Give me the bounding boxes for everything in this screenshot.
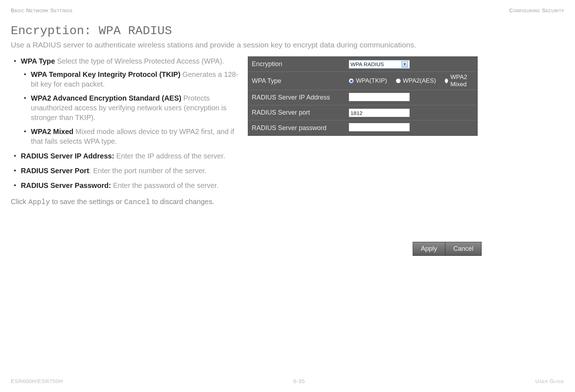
row-radius-ip: RADIUS Server IP Address <box>248 90 477 105</box>
router-button-bar: Apply Cancel <box>413 242 482 256</box>
chevron-down-icon: ▾ <box>402 61 408 68</box>
radio-icon <box>396 78 401 83</box>
row-encryption: Encryption WPA RADIUS ▾ <box>248 57 477 72</box>
radius-password-input[interactable] <box>349 123 410 132</box>
instr-suffix: to discard changes. <box>150 198 214 206</box>
radio-icon <box>349 78 354 83</box>
instr-prefix: Click <box>11 198 28 206</box>
header-left: Basic Network Settings <box>11 7 73 13</box>
term-tkip: WPA Temporal Key Integrity Protocol (TKI… <box>31 70 180 78</box>
radio-opt-wpa2-aes[interactable]: WPA2(AES) <box>396 77 436 84</box>
label-wpa-type: WPA Type <box>252 77 349 85</box>
page-header: Basic Network Settings Configuring Secur… <box>11 7 564 13</box>
label-radius-password: RADIUS Server password <box>252 124 349 132</box>
page-title: Encryption: WPA RADIUS <box>11 24 564 38</box>
desc-port: : Enter the port number of the server. <box>89 167 207 175</box>
row-radius-port: RADIUS Server port 1812 <box>248 105 477 120</box>
radius-ip-input[interactable] <box>349 93 410 101</box>
term-ip: RADIUS Server IP Address: <box>21 152 114 160</box>
radio-label-aes: WPA2(AES) <box>403 77 436 84</box>
bullet-tkip: WPA Temporal Key Integrity Protocol (TKI… <box>21 70 241 89</box>
label-radius-ip: RADIUS Server IP Address <box>252 94 349 101</box>
cancel-button[interactable]: Cancel <box>445 242 482 256</box>
router-config-panel: Encryption WPA RADIUS ▾ WPA Type WPA(TKI… <box>248 56 478 136</box>
footer-left: ESR600H/ESR750H <box>11 378 63 384</box>
instr-apply: Apply <box>28 198 50 206</box>
radio-icon <box>445 78 448 83</box>
page-footer: ESR600H/ESR750H 6-35 User Guide <box>11 378 564 384</box>
apply-button[interactable]: Apply <box>413 242 445 256</box>
radio-opt-wpa-tkip[interactable]: WPA(TKIP) <box>349 77 387 84</box>
page-subtitle: Use a RADIUS server to authenticate wire… <box>11 41 564 49</box>
label-encryption: Encryption <box>252 60 349 68</box>
instructions-text: Click Apply to save the settings or Canc… <box>11 197 241 207</box>
term-password: RADIUS Server Password: <box>21 181 111 189</box>
radius-port-input[interactable]: 1812 <box>349 109 410 117</box>
bullet-aes: WPA2 Advanced Encryption Standard (AES) … <box>21 93 241 123</box>
term-wpa-type: WPA Type <box>21 57 55 65</box>
bullet-mixed: WPA2 Mixed Mixed mode allows device to t… <box>21 127 241 146</box>
footer-center: 6-35 <box>293 378 305 384</box>
description-column: WPA Type Select the type of Wireless Pro… <box>11 56 241 256</box>
radio-label-mixed: WPA2 Mixed <box>450 74 474 88</box>
term-aes: WPA2 Advanced Encryption Standard (AES) <box>31 94 181 102</box>
label-radius-port: RADIUS Server port <box>252 109 349 116</box>
term-mixed: WPA2 Mixed <box>31 128 74 135</box>
bullet-ip: RADIUS Server IP Address: Enter the IP a… <box>11 151 241 161</box>
bullet-wpa-type: WPA Type Select the type of Wireless Pro… <box>11 56 241 146</box>
header-right: Configuring Security <box>509 7 564 13</box>
row-radius-password: RADIUS Server password <box>248 120 477 135</box>
instr-middle: to save the settings or <box>50 198 124 206</box>
row-wpa-type: WPA Type WPA(TKIP) WPA2(AES) WPA2 Mixed <box>248 72 477 90</box>
radio-opt-wpa2-mixed[interactable]: WPA2 Mixed <box>445 74 474 88</box>
bullet-port: RADIUS Server Port: Enter the port numbe… <box>11 166 241 176</box>
instr-cancel: Cancel <box>124 198 150 206</box>
term-port: RADIUS Server Port <box>21 167 89 175</box>
desc-wpa-type: Select the type of Wireless Protected Ac… <box>55 57 224 65</box>
encryption-select[interactable]: WPA RADIUS ▾ <box>349 60 410 69</box>
desc-ip: Enter the IP address of the server. <box>114 152 225 160</box>
bullet-password: RADIUS Server Password: Enter the passwo… <box>11 181 241 190</box>
encryption-select-value: WPA RADIUS <box>351 61 384 67</box>
desc-password: Enter the password of the server. <box>111 181 218 189</box>
footer-right: User Guide <box>535 378 564 384</box>
radio-label-tkip: WPA(TKIP) <box>356 77 387 84</box>
